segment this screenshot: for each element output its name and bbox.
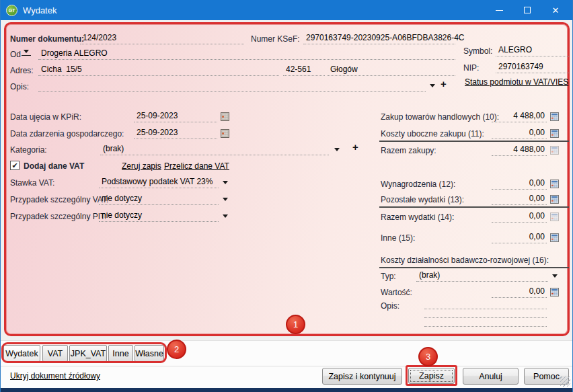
- calculator-icon[interactable]: [550, 233, 559, 242]
- ksef-number-field[interactable]: 2970163749-20230925-A06BFDBA3826-4C: [303, 33, 455, 44]
- rd-type-dropdown-icon[interactable]: [552, 274, 558, 278]
- rd-type-field[interactable]: (brak): [416, 270, 548, 282]
- divider: [379, 206, 569, 208]
- rd-description-line3[interactable]: [424, 315, 547, 327]
- save-and-continue-button[interactable]: Zapisz i kontynuuj: [322, 368, 402, 385]
- city-field[interactable]: Głogów: [328, 65, 455, 76]
- annotation-badge-1: 1: [286, 315, 305, 334]
- reset-entry-link[interactable]: Zeruj zapis: [122, 161, 161, 171]
- other-expenses-field[interactable]: 0,00: [492, 194, 547, 205]
- add-vat-data-checkbox[interactable]: ✔: [10, 161, 20, 170]
- category-add-icon[interactable]: +: [352, 143, 358, 151]
- total-expenses-label: Razem wydatki (14):: [381, 212, 454, 222]
- goods-purchase-label: Zakup towarów handlowych (10):: [381, 112, 499, 122]
- vat-rate-dropdown-icon[interactable]: [223, 181, 228, 184]
- special-case-pit-dropdown-icon[interactable]: [223, 214, 228, 218]
- description-add-icon[interactable]: +: [441, 79, 447, 88]
- rd-costs-label: Koszty działalności badawczo-rozwojowej …: [381, 256, 549, 265]
- kpir-date-label: Data ujęcia w KPiR:: [10, 112, 81, 122]
- total-purchases-label: Razem zakupy:: [381, 146, 436, 155]
- document-number-field[interactable]: 124/2023: [80, 33, 244, 44]
- maximize-icon: [524, 7, 531, 13]
- vat-vies-status-link[interactable]: Status podmiotu w VAT/VIES: [465, 77, 568, 87]
- calculator-icon[interactable]: [550, 180, 559, 188]
- close-button[interactable]: ✕: [541, 0, 570, 20]
- app-icon: GT: [6, 5, 17, 16]
- description-dropdown-icon[interactable]: [430, 84, 435, 87]
- tab-wydatek[interactable]: Wydatek: [3, 345, 40, 362]
- add-vat-data-label: Dodaj dane VAT: [24, 161, 84, 171]
- expense-dialog: GT Wydatek ✕ Numer dokumentu: 124/2023 N…: [0, 0, 573, 392]
- nip-label: NIP:: [463, 63, 479, 73]
- minimize-button[interactable]: [485, 0, 513, 20]
- tab-wlasne[interactable]: Własne: [135, 345, 164, 362]
- kpir-date-field[interactable]: 25-09-2023: [134, 111, 217, 122]
- cancel-button[interactable]: Anuluj: [463, 368, 519, 385]
- footer-divider: [1, 366, 573, 366]
- contractor-field[interactable]: Drogeria ALEGRO: [38, 48, 455, 60]
- titlebar: GT Wydatek ✕: [1, 0, 572, 20]
- wages-field[interactable]: 0,00: [492, 178, 547, 190]
- minimize-icon: [496, 10, 503, 11]
- category-label: Kategoria:: [10, 145, 47, 155]
- tab-jpk-vat[interactable]: JPK_VAT: [69, 345, 107, 362]
- tab-inne[interactable]: Inne: [108, 345, 133, 362]
- calculator-icon: [550, 146, 559, 155]
- special-case-vat-dropdown-icon[interactable]: [223, 198, 228, 201]
- category-field[interactable]: (brak): [100, 144, 329, 155]
- calculator-icon[interactable]: [550, 112, 559, 121]
- save-button[interactable]: Zapisz: [408, 368, 455, 384]
- special-case-pit-field[interactable]: nie dotyczy: [99, 210, 219, 222]
- annotation-badge-3: 3: [418, 347, 438, 366]
- postal-code-field[interactable]: 42-561: [283, 65, 325, 76]
- divider: [379, 141, 569, 142]
- vat-rate-field[interactable]: Podstawowy podatek VAT 23%: [99, 177, 219, 188]
- chevron-down-icon: [24, 50, 29, 53]
- calculator-icon[interactable]: [550, 129, 559, 138]
- total-purchases-field: 4 488,00: [492, 145, 547, 156]
- calendar-icon[interactable]: [221, 112, 229, 121]
- total-expenses-field: 0,00: [492, 211, 547, 223]
- event-date-label: Data zdarzenia gospodarczego:: [10, 129, 124, 139]
- special-case-vat-label: Przypadek szczególny VAT:: [10, 195, 108, 204]
- other-field[interactable]: 0,00: [492, 232, 547, 243]
- rd-type-label: Typ:: [381, 272, 396, 281]
- goods-purchase-field[interactable]: 4 488,00: [492, 111, 547, 122]
- calculator-icon[interactable]: [550, 288, 559, 297]
- divider: [379, 267, 569, 268]
- annotation-badge-2: 2: [167, 340, 186, 359]
- checkmark-icon: ✔: [11, 161, 17, 169]
- description-label: Opis:: [10, 82, 29, 91]
- other-expenses-label: Pozostałe wydatki (13):: [381, 195, 464, 204]
- rd-value-label: Wartość:: [381, 288, 412, 297]
- side-costs-field[interactable]: 0,00: [492, 128, 547, 139]
- description-field[interactable]: [38, 81, 426, 92]
- hide-source-document-link[interactable]: Ukryj dokument źródłowy: [10, 371, 100, 381]
- street-field[interactable]: Cicha 15/5: [38, 65, 279, 76]
- address-label: Adres:: [10, 66, 34, 75]
- recalculate-vat-link[interactable]: Przelicz dane VAT: [164, 161, 229, 171]
- nip-field[interactable]: 2970163749: [496, 62, 569, 73]
- from-label: Od: [10, 50, 21, 59]
- maximize-button[interactable]: [513, 0, 541, 20]
- ksef-number-label: Numer KSeF:: [251, 34, 300, 44]
- symbol-field[interactable]: ALEGRO: [496, 45, 569, 56]
- special-case-vat-field[interactable]: nie dotyczy: [99, 194, 219, 205]
- calendar-icon[interactable]: [221, 129, 229, 138]
- app-icon-text: GT: [9, 8, 15, 13]
- rd-description-label: Opis:: [381, 301, 399, 311]
- rd-value-field[interactable]: 0,00: [492, 286, 547, 298]
- special-case-pit-label: Przypadek szczególny PIT:: [10, 212, 106, 221]
- wages-label: Wynagrodzenia (12):: [381, 180, 455, 189]
- document-number-label: Numer dokumentu:: [10, 34, 84, 44]
- category-dropdown-icon[interactable]: [334, 148, 340, 151]
- resize-grip[interactable]: [560, 377, 570, 387]
- from-dropdown-button[interactable]: [22, 47, 31, 56]
- tab-vat[interactable]: VAT: [42, 345, 68, 362]
- event-date-field[interactable]: 25-09-2023: [134, 128, 217, 139]
- other-label: Inne (15):: [381, 233, 415, 243]
- window-title: Wydatek: [23, 5, 56, 15]
- vat-rate-label: Stawka VAT:: [10, 178, 54, 188]
- calculator-icon[interactable]: [550, 195, 559, 204]
- side-costs-label: Koszty uboczne zakupu (11):: [381, 129, 484, 139]
